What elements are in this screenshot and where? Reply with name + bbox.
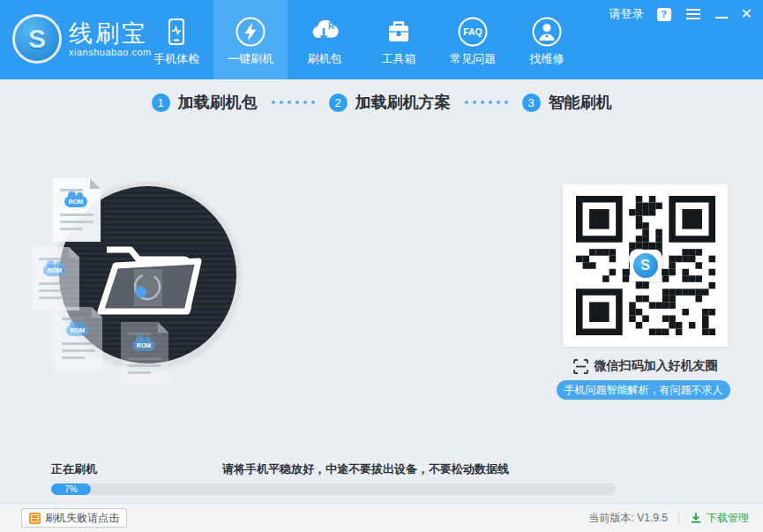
nav-label: 常见问题 <box>450 51 496 67</box>
menu-icon[interactable] <box>684 7 702 21</box>
nav-label: 工具箱 <box>382 51 416 67</box>
rom-cloud-icon: R <box>307 14 342 49</box>
faq-icon: FAQ <box>455 14 490 49</box>
title-bar: S 线刷宝 xianshuabao.com 手机体检 一键刷机 <box>0 0 763 79</box>
step-separator <box>272 101 315 104</box>
rom-file-icon: ROM <box>121 322 168 386</box>
qr-caption-text: 微信扫码加入好机友圈 <box>595 358 718 374</box>
main-nav: 手机体检 一键刷机 R 刷机包 工具箱 <box>139 0 584 79</box>
fail-help-icon <box>29 513 41 524</box>
download-icon <box>690 512 702 524</box>
download-label: 下载管理 <box>707 511 749 526</box>
app-logo: S 线刷宝 xianshuabao.com <box>12 14 152 64</box>
nav-label: 手机体检 <box>153 51 199 67</box>
brand-monogram: S <box>28 24 46 54</box>
step-number: 2 <box>329 94 348 112</box>
nav-tab-repair[interactable]: 找维修 <box>510 0 584 79</box>
svg-text:R: R <box>328 21 335 31</box>
nav-tab-phone-check[interactable]: 手机体检 <box>139 0 213 79</box>
scan-icon <box>573 359 588 374</box>
fail-button-label: 刷机失败请点击 <box>45 511 119 526</box>
nav-label: 一键刷机 <box>228 51 273 67</box>
rom-file-icon: ROM <box>32 247 79 311</box>
phone-check-icon <box>159 14 194 49</box>
nav-label: 刷机包 <box>308 51 342 67</box>
step-separator <box>465 101 508 104</box>
nav-label: 找维修 <box>530 51 565 67</box>
version-text: 当前版本: V1.9.5 <box>589 511 668 526</box>
login-link[interactable]: 请登录 <box>610 6 644 22</box>
qr-caption: 微信扫码加入好机友圈 <box>563 358 728 374</box>
close-icon[interactable]: ✕ <box>741 8 752 20</box>
step-smart-flash: 3 智能刷机 <box>522 92 612 113</box>
minimize-icon[interactable] <box>715 8 728 20</box>
wechat-qr-card: S <box>563 184 728 347</box>
window-controls: 请登录 ? ✕ <box>610 6 752 22</box>
step-load-solution: 2 加载刷机方案 <box>329 92 451 113</box>
help-icon[interactable]: ? <box>657 8 671 21</box>
step-number: 3 <box>522 94 541 112</box>
download-manager-link[interactable]: 下载管理 <box>690 511 749 526</box>
nav-tab-rom-package[interactable]: R 刷机包 <box>288 0 362 79</box>
app-window: S 线刷宝 xianshuabao.com 手机体检 一键刷机 <box>0 0 763 532</box>
repair-person-icon <box>529 14 565 49</box>
qr-center-logo: S <box>630 250 662 281</box>
progress-fill: 7% <box>51 483 91 495</box>
svg-text:FAQ: FAQ <box>463 26 482 37</box>
qr-tagline-pill: 手机问题智能解析，有问题不求人 <box>557 380 730 400</box>
flash-fail-button[interactable]: 刷机失败请点击 <box>21 508 127 528</box>
step-load-package: 1 加载刷机包 <box>152 92 258 113</box>
flash-status-text: 正在刷机 <box>51 461 97 477</box>
nav-tab-faq[interactable]: FAQ 常见问题 <box>436 0 510 79</box>
qr-code: S <box>576 196 715 335</box>
flash-steps: 1 加载刷机包 2 加载刷机方案 3 智能刷机 <box>0 92 763 113</box>
progress-bar: 7% <box>51 483 616 495</box>
brand-logo-icon: S <box>12 14 62 64</box>
nav-tab-toolbox[interactable]: 工具箱 <box>362 0 436 79</box>
step-number: 1 <box>152 94 170 112</box>
flash-warning-text: 请将手机平稳放好，中途不要拔出设备，不要松动数据线 <box>222 461 509 477</box>
nav-tab-onekey-flash[interactable]: 一键刷机 <box>213 0 288 79</box>
toolbox-icon <box>381 14 416 49</box>
status-bar: 刷机失败请点击 当前版本: V1.9.5 下载管理 <box>0 503 763 532</box>
lightning-icon <box>233 14 268 49</box>
footer-right: 当前版本: V1.9.5 下载管理 <box>589 504 749 532</box>
open-folder-icon <box>91 232 206 320</box>
divider <box>678 512 679 524</box>
